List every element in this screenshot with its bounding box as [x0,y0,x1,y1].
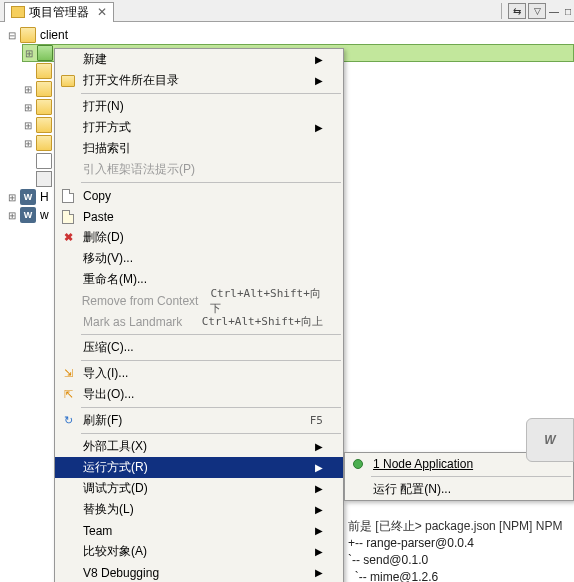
paste-icon [59,209,77,225]
tree-label: H [40,190,49,204]
folder-icon [36,99,52,115]
menu-debug-as[interactable]: 调试方式(D)▶ [55,478,343,499]
project-explorer-tab[interactable]: 项目管理器 ✕ [4,2,114,22]
menu-compare-with[interactable]: 比较对象(A)▶ [55,541,343,562]
project-icon [20,27,36,43]
menu-open-folder[interactable]: 打开文件所在目录▶ [55,70,343,91]
menu-refresh[interactable]: ↻刷新(F)F5 [55,410,343,431]
folder-icon [37,45,53,61]
import-icon: ⇲ [59,366,77,382]
console-line: `-- mime@1.2.6 [348,570,438,582]
link-editor-button[interactable]: ⇆ [508,3,526,19]
console-header: 前是 [已终止> package.json [NPM] NPM [348,519,562,533]
config-file-icon [36,171,52,187]
refresh-icon: ↻ [59,413,77,429]
maximize-view-button[interactable]: □ [562,5,574,17]
close-icon[interactable]: ✕ [97,5,107,19]
console-line: `-- send@0.1.0 [348,553,428,567]
view-menu-button[interactable]: ▽ [528,3,546,19]
menu-new[interactable]: 新建▶ [55,49,343,70]
menu-delete[interactable]: ✖删除(D) [55,227,343,248]
console-output: 前是 [已终止> package.json [NPM] NPM +-- rang… [348,502,562,582]
folder-icon [11,6,25,18]
menu-move[interactable]: 移动(V)... [55,248,343,269]
menu-replace-with[interactable]: 替换为(L)▶ [55,499,343,520]
node-run-icon [349,456,367,472]
collapse-icon[interactable]: ⊟ [6,30,18,41]
tree-label: w [40,208,49,222]
menu-team[interactable]: Team▶ [55,520,343,541]
folder-icon [36,117,52,133]
menu-run-as[interactable]: 运行方式(R)▶ [55,457,343,478]
menu-import[interactable]: ⇲导入(I)... [55,363,343,384]
tree-root[interactable]: ⊟ client [6,26,574,44]
view-toolbar: ⇆ ▽ — □ [497,0,574,22]
menu-v8-debugging[interactable]: V8 Debugging▶ [55,562,343,582]
tab-label: 项目管理器 [29,4,89,21]
menu-paste[interactable]: Paste [55,206,343,227]
folder-open-icon [59,73,77,89]
menu-open[interactable]: 打开(N) [55,96,343,117]
export-icon: ⇱ [59,387,77,403]
menu-external-tools[interactable]: 外部工具(X)▶ [55,436,343,457]
w-icon: W [20,207,36,223]
menu-scan-index[interactable]: 扫描索引 [55,138,343,159]
w-icon: W [20,189,36,205]
watermark-w: W [526,418,574,462]
menu-export[interactable]: ⇱导出(O)... [55,384,343,405]
minimize-view-button[interactable]: — [548,5,560,17]
folder-icon [36,81,52,97]
js-file-icon [36,153,52,169]
menu-copy[interactable]: Copy [55,185,343,206]
folder-icon [36,63,52,79]
tree-label: client [40,28,68,42]
menu-mark-landmark: Mark as LandmarkCtrl+Alt+Shift+向上 [55,311,343,332]
tab-bar: 项目管理器 ✕ ⇆ ▽ — □ [0,0,574,22]
menu-open-with[interactable]: 打开方式▶ [55,117,343,138]
copy-icon [59,188,77,204]
context-menu: 新建▶ 打开文件所在目录▶ 打开(N) 打开方式▶ 扫描索引 引入框架语法提示(… [54,48,344,582]
delete-icon: ✖ [59,230,77,246]
console-line: +-- range-parser@0.0.4 [348,536,474,550]
menu-import-framework: 引入框架语法提示(P) [55,159,343,180]
menu-remove-context: Remove from ContextCtrl+Alt+Shift+向下 [55,290,343,311]
menu-compress[interactable]: 压缩(C)... [55,337,343,358]
folder-icon [36,135,52,151]
submenu-run-config[interactable]: 运行 配置(N)... [345,479,573,500]
